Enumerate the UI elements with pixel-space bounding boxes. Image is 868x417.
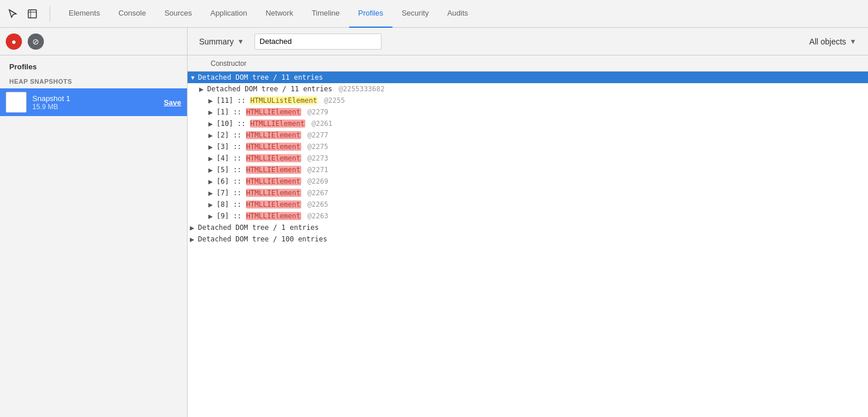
node-text: [9] :: HTMLLIElement @2263 xyxy=(216,212,328,220)
expand-arrow: ▶ xyxy=(199,86,207,92)
expand-arrow: ▶ xyxy=(208,190,216,196)
sidebar-toolbar: ● ⊘ xyxy=(0,28,187,55)
tree-row[interactable]: ▶ Detached DOM tree / 11 entries @225533… xyxy=(188,83,868,95)
snapshot-save-button[interactable]: Save xyxy=(164,98,181,107)
expand-arrow: ▼ xyxy=(190,75,198,81)
tree-row[interactable]: ▶ [8] :: HTMLLIElement @2265 xyxy=(188,199,868,210)
svg-rect-0 xyxy=(28,10,36,18)
tab-timeline[interactable]: Timeline xyxy=(302,0,349,28)
node-text: [11] :: HTMLUListElement @2255 xyxy=(216,96,345,105)
objects-dropdown[interactable]: All objects ▼ xyxy=(803,35,862,49)
tree-content[interactable]: ▼ Detached DOM tree / 11 entries ▶ Detac… xyxy=(188,72,868,417)
summary-dropdown[interactable]: Summary ▼ xyxy=(193,35,250,49)
snapshot-info: Snapshot 1 15.9 MB xyxy=(32,94,164,111)
inspect-icon[interactable] xyxy=(24,6,40,22)
tab-security[interactable]: Security xyxy=(392,0,438,28)
tab-elements[interactable]: Elements xyxy=(59,0,109,28)
cursor-icon[interactable] xyxy=(5,6,21,22)
column-header: Constructor xyxy=(188,55,868,72)
summary-label: Summary xyxy=(199,37,234,46)
node-text: [3] :: HTMLLIElement @2275 xyxy=(216,143,328,151)
expand-arrow: ▶ xyxy=(208,213,216,219)
filter-input[interactable] xyxy=(255,33,381,50)
tree-row[interactable]: ▶ [11] :: HTMLUListElement @2255 xyxy=(188,95,868,106)
node-text: [1] :: HTMLLIElement @2279 xyxy=(216,108,328,116)
expand-arrow: ▶ xyxy=(190,225,198,231)
tree-row[interactable]: ▶ Detached DOM tree / 100 entries xyxy=(188,233,868,245)
content-area: Summary ▼ All objects ▼ Constructor ▼ De… xyxy=(188,28,868,417)
snapshot-icon: 🗒 xyxy=(6,92,27,113)
expand-arrow: ▶ xyxy=(208,98,216,104)
node-text: Detached DOM tree / 11 entries xyxy=(198,73,323,81)
expand-arrow: ▶ xyxy=(208,132,216,139)
sidebar-section-label: HEAP SNAPSHOTS xyxy=(0,75,187,88)
expand-arrow: ▶ xyxy=(208,155,216,162)
tree-row[interactable]: ▶ Detached DOM tree / 1 entries xyxy=(188,222,868,233)
node-text: Detached DOM tree / 100 entries xyxy=(198,235,327,243)
summary-dropdown-arrow: ▼ xyxy=(237,38,244,46)
tab-console[interactable]: Console xyxy=(109,0,155,28)
node-text: Detached DOM tree / 1 entries xyxy=(198,224,319,232)
top-nav: Elements Console Sources Application Net… xyxy=(0,0,868,28)
tab-profiles[interactable]: Profiles xyxy=(349,0,392,28)
tree-row[interactable]: ▼ Detached DOM tree / 11 entries xyxy=(188,72,868,83)
tab-application[interactable]: Application xyxy=(201,0,257,28)
expand-arrow: ▶ xyxy=(208,144,216,150)
tree-row[interactable]: ▶ [6] :: HTMLLIElement @2269 xyxy=(188,176,868,187)
sidebar-profiles-title: Profiles xyxy=(0,55,187,75)
objects-dropdown-arrow: ▼ xyxy=(850,38,856,46)
tree-row[interactable]: ▶ [2] :: HTMLLIElement @2277 xyxy=(188,129,868,141)
expand-arrow: ▶ xyxy=(208,121,216,127)
tree-row[interactable]: ▶ [9] :: HTMLLIElement @2263 xyxy=(188,210,868,222)
nav-icons xyxy=(5,6,50,22)
tree-row[interactable]: ▶ [3] :: HTMLLIElement @2275 xyxy=(188,141,868,152)
node-text: [7] :: HTMLLIElement @2267 xyxy=(216,189,328,197)
nav-tabs: Elements Console Sources Application Net… xyxy=(59,0,477,27)
tree-row[interactable]: ▶ [1] :: HTMLLIElement @2279 xyxy=(188,106,868,118)
tree-row[interactable]: ▶ [4] :: HTMLLIElement @2273 xyxy=(188,152,868,164)
main-layout: ● ⊘ Profiles HEAP SNAPSHOTS 🗒 Snapshot 1… xyxy=(0,28,868,417)
snapshot-size: 15.9 MB xyxy=(32,103,164,111)
expand-arrow: ▶ xyxy=(208,178,216,185)
tab-audits[interactable]: Audits xyxy=(438,0,477,28)
expand-arrow: ▶ xyxy=(208,167,216,173)
expand-arrow: ▶ xyxy=(208,202,216,208)
tree-row[interactable]: ▶ [5] :: HTMLLIElement @2271 xyxy=(188,164,868,176)
tab-network[interactable]: Network xyxy=(256,0,302,28)
tree-row[interactable]: ▶ [10] :: HTMLLIElement @2261 xyxy=(188,118,868,129)
node-text: [2] :: HTMLLIElement @2277 xyxy=(216,131,328,139)
content-toolbar: Summary ▼ All objects ▼ xyxy=(188,28,868,55)
node-text: [4] :: HTMLLIElement @2273 xyxy=(216,154,328,162)
snapshot-item[interactable]: 🗒 Snapshot 1 15.9 MB Save xyxy=(0,88,187,116)
node-text: [6] :: HTMLLIElement @2269 xyxy=(216,177,328,185)
expand-arrow: ▶ xyxy=(208,109,216,116)
clear-button[interactable]: ⊘ xyxy=(28,33,44,50)
node-text: [5] :: HTMLLIElement @2271 xyxy=(216,166,328,174)
sidebar: ● ⊘ Profiles HEAP SNAPSHOTS 🗒 Snapshot 1… xyxy=(0,28,188,417)
node-text: [8] :: HTMLLIElement @2265 xyxy=(216,200,328,208)
node-text: Detached DOM tree / 11 entries @22553336… xyxy=(207,85,384,93)
record-button[interactable]: ● xyxy=(6,33,22,50)
expand-arrow: ▶ xyxy=(190,236,198,243)
snapshot-name: Snapshot 1 xyxy=(32,94,164,103)
node-text: [10] :: HTMLLIElement @2261 xyxy=(216,120,332,128)
tab-sources[interactable]: Sources xyxy=(155,0,201,28)
objects-label: All objects xyxy=(809,37,846,46)
tree-row[interactable]: ▶ [7] :: HTMLLIElement @2267 xyxy=(188,187,868,199)
